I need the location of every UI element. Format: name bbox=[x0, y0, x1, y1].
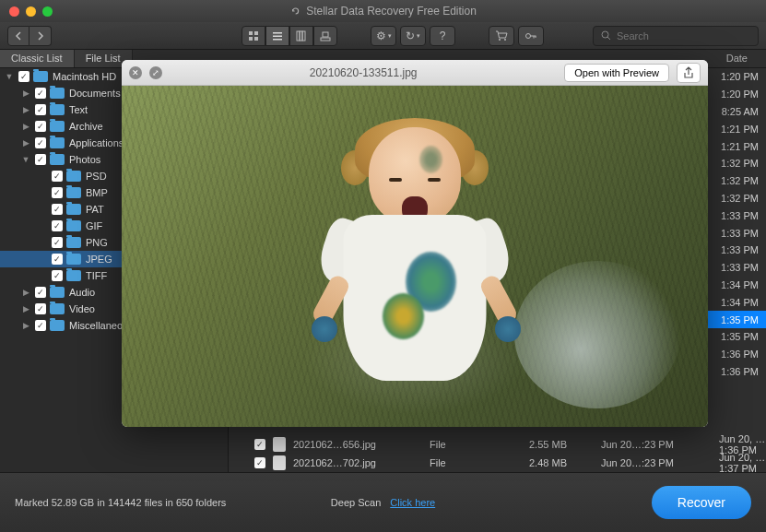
checkbox[interactable]: ✓ bbox=[254, 457, 265, 468]
checkbox[interactable]: ✓ bbox=[35, 154, 46, 165]
disclosure-triangle[interactable]: ▶ bbox=[20, 138, 31, 148]
checkbox[interactable]: ✓ bbox=[52, 254, 63, 265]
close-window-button[interactable] bbox=[9, 6, 19, 17]
checkbox[interactable]: ✓ bbox=[52, 237, 63, 248]
svg-rect-4 bbox=[273, 32, 282, 34]
list-view-button[interactable] bbox=[265, 26, 289, 46]
disclosure-triangle[interactable]: ▶ bbox=[20, 105, 31, 114]
checkbox[interactable]: ✓ bbox=[35, 88, 46, 99]
checkbox[interactable]: ✓ bbox=[18, 71, 29, 82]
disclosure-triangle[interactable]: ▶ bbox=[20, 288, 31, 297]
history-button[interactable]: ↻▾ bbox=[400, 26, 426, 46]
checkbox[interactable]: ✓ bbox=[52, 204, 63, 215]
file-date-2: Jun 20, …1:37 PM bbox=[719, 452, 766, 474]
checkbox[interactable]: ✓ bbox=[52, 220, 63, 231]
forward-button[interactable] bbox=[29, 26, 52, 46]
image-dust bbox=[514, 261, 680, 408]
tree-label: Audio bbox=[69, 287, 95, 298]
image-subject bbox=[295, 109, 535, 404]
file-icon bbox=[273, 455, 286, 470]
folder-icon bbox=[50, 104, 65, 115]
disclosure-triangle[interactable]: ▶ bbox=[20, 122, 31, 131]
preview-close-button[interactable]: ✕ bbox=[129, 66, 142, 79]
undo-icon bbox=[289, 6, 301, 17]
file-type: File bbox=[430, 439, 522, 450]
grid-icon bbox=[248, 30, 259, 41]
tree-label: Documents bbox=[69, 88, 121, 99]
folder-icon bbox=[66, 204, 81, 215]
svg-rect-0 bbox=[249, 31, 253, 35]
disclosure-triangle[interactable]: ▼ bbox=[4, 72, 15, 81]
checkbox[interactable]: ✓ bbox=[254, 439, 265, 450]
search-input[interactable] bbox=[617, 30, 750, 41]
share-button[interactable] bbox=[677, 63, 701, 83]
file-table-row[interactable]: ✓2021062…702.jpgFile2.48 MBJun 20…:23 PM… bbox=[229, 454, 766, 472]
folder-icon bbox=[50, 121, 65, 132]
help-button[interactable]: ? bbox=[430, 26, 455, 46]
preview-expand-button[interactable]: ⤢ bbox=[149, 66, 162, 79]
disclosure-triangle[interactable]: ▶ bbox=[20, 304, 31, 313]
checkbox[interactable]: ✓ bbox=[35, 121, 46, 132]
modification-date: 1:32 PM bbox=[705, 193, 766, 204]
tree-label: PAT bbox=[86, 204, 104, 215]
tab-classic-list[interactable]: Classic List bbox=[0, 50, 75, 67]
search-field[interactable] bbox=[593, 26, 759, 46]
checkbox[interactable]: ✓ bbox=[35, 104, 46, 115]
file-name: 2021062…702.jpg bbox=[293, 457, 422, 468]
svg-point-14 bbox=[526, 33, 531, 38]
checkbox[interactable]: ✓ bbox=[35, 287, 46, 298]
coverflow-icon bbox=[320, 30, 331, 41]
checkbox[interactable]: ✓ bbox=[52, 171, 63, 182]
deep-scan-link[interactable]: Click here bbox=[390, 497, 435, 508]
maximize-window-button[interactable] bbox=[42, 6, 53, 17]
tree-label: Text bbox=[69, 104, 88, 115]
action-group: ⚙▾ ↻▾ ? bbox=[371, 26, 455, 46]
checkbox[interactable]: ✓ bbox=[35, 137, 46, 148]
purchase-group bbox=[489, 26, 544, 46]
modification-date: 1:36 PM bbox=[705, 366, 766, 377]
checkbox[interactable]: ✓ bbox=[52, 270, 63, 281]
icon-view-button[interactable] bbox=[242, 26, 265, 46]
window-controls bbox=[9, 6, 53, 17]
disclosure-triangle[interactable]: ▶ bbox=[20, 89, 31, 98]
disclosure-triangle[interactable]: ▶ bbox=[20, 321, 31, 330]
open-with-preview-button[interactable]: Open with Preview bbox=[564, 64, 669, 82]
coverflow-view-button[interactable] bbox=[313, 26, 337, 46]
recover-button[interactable]: Recover bbox=[652, 486, 751, 519]
file-table: ✓2021062…656.jpgFile2.55 MBJun 20…:23 PM… bbox=[229, 435, 766, 472]
settings-button[interactable]: ⚙▾ bbox=[371, 26, 396, 46]
chevron-down-icon: ▾ bbox=[417, 32, 420, 40]
checkbox[interactable]: ✓ bbox=[35, 320, 46, 331]
tree-label: BMP bbox=[86, 187, 108, 198]
deep-scan-group: Deep Scan Click here bbox=[331, 497, 435, 508]
preview-image bbox=[122, 86, 708, 427]
svg-rect-3 bbox=[254, 37, 258, 41]
preview-panel: ✕ ⤢ 20210620-133511.jpg Open with Previe… bbox=[122, 60, 708, 427]
modification-date: 1:36 PM bbox=[705, 349, 766, 360]
file-name: 2021062…656.jpg bbox=[293, 439, 422, 450]
cart-button[interactable] bbox=[489, 26, 514, 46]
file-size: 2.48 MB bbox=[529, 457, 594, 468]
share-icon bbox=[683, 66, 694, 79]
chevron-down-icon: ▾ bbox=[388, 32, 392, 40]
column-header-date[interactable]: Date bbox=[726, 53, 748, 64]
disclosure-triangle[interactable]: ▼ bbox=[20, 155, 31, 164]
modification-date: 1:34 PM bbox=[705, 297, 766, 308]
svg-rect-10 bbox=[323, 32, 328, 37]
file-date-1: Jun 20…:23 PM bbox=[601, 457, 712, 468]
key-button[interactable] bbox=[518, 26, 544, 46]
folder-icon bbox=[66, 171, 81, 182]
file-table-row[interactable]: ✓2021062…656.jpgFile2.55 MBJun 20…:23 PM… bbox=[229, 435, 766, 454]
search-icon bbox=[601, 30, 611, 41]
nav-group bbox=[7, 26, 52, 46]
tree-label: Applications bbox=[69, 137, 124, 148]
minimize-window-button[interactable] bbox=[26, 6, 36, 17]
svg-rect-1 bbox=[254, 31, 258, 35]
modification-date: 1:33 PM bbox=[705, 228, 766, 239]
checkbox[interactable]: ✓ bbox=[52, 187, 63, 198]
folder-icon bbox=[50, 137, 65, 148]
column-view-button[interactable] bbox=[289, 26, 313, 46]
app-title: Stellar Data Recovery Free Edition bbox=[289, 5, 477, 18]
back-button[interactable] bbox=[7, 26, 29, 46]
checkbox[interactable]: ✓ bbox=[35, 303, 46, 314]
